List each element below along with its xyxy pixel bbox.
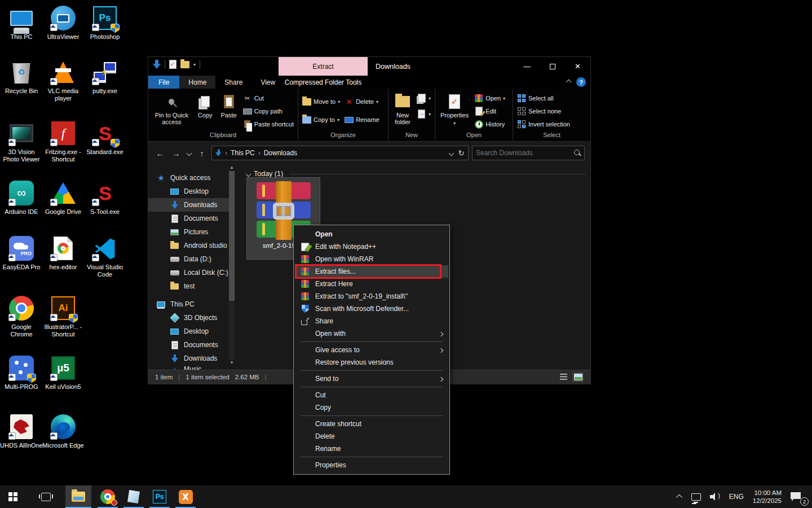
- menu-item-extract-here[interactable]: Extract Here: [295, 278, 448, 290]
- nav-qa-test[interactable]: test: [148, 279, 233, 293]
- nav-qa-pictures[interactable]: Pictures: [148, 225, 233, 239]
- taskbar-photoshop[interactable]: Ps: [147, 485, 173, 508]
- desktop-icon-google-drive[interactable]: Google Drive: [42, 179, 85, 216]
- tab-compressed-folder-tools[interactable]: Compressed Folder Tools: [279, 76, 368, 89]
- move-to-button[interactable]: Move to▾: [301, 97, 342, 107]
- title-bar[interactable]: ▾ Extract Downloads — ✕: [148, 57, 590, 76]
- menu-item-create-shortcut[interactable]: Create shortcut: [295, 418, 448, 430]
- desktop-icon-chrome[interactable]: Google Chrome: [0, 295, 43, 338]
- copy-to-button[interactable]: Copy to▾: [301, 115, 342, 125]
- desktop-icon-vscode[interactable]: Visual Studio Code: [83, 235, 126, 278]
- collapse-ribbon-icon[interactable]: [566, 80, 572, 85]
- details-view-button[interactable]: [558, 372, 569, 382]
- edit-button[interactable]: Edit: [473, 106, 507, 116]
- easy-access-button[interactable]: ▾: [416, 109, 433, 119]
- new-item-button[interactable]: ▾: [416, 93, 433, 103]
- nav-pc-downloads[interactable]: Downloads: [148, 352, 233, 365]
- delete-button[interactable]: ✕Delete▾: [343, 97, 381, 107]
- desktop-icon-putty[interactable]: ⚡ putty.exe: [83, 59, 126, 95]
- desktop-icon-uhds[interactable]: UHDS AllInOne: [0, 413, 43, 449]
- history-button[interactable]: History: [473, 119, 507, 129]
- action-center-button[interactable]: 2: [787, 485, 809, 508]
- nav-qa-downloads[interactable]: Downloads: [148, 198, 233, 212]
- close-button[interactable]: ✕: [565, 57, 590, 76]
- pin-to-quick-access-button[interactable]: Pin to Quick access: [151, 91, 193, 128]
- search-box[interactable]: [472, 146, 585, 160]
- nav-pc-documents[interactable]: Documents: [148, 338, 233, 352]
- menu-item-open-with-winrar[interactable]: Open with WinRAR: [295, 253, 448, 265]
- desktop-icon-s-tool[interactable]: S S-Tool.exe: [83, 179, 126, 216]
- taskbar-notepad[interactable]: [121, 485, 147, 508]
- menu-item-copy[interactable]: Copy: [295, 401, 448, 414]
- nav-qa-android-studio[interactable]: Android studio: [148, 239, 233, 252]
- minimize-button[interactable]: —: [514, 57, 540, 76]
- taskbar-chrome[interactable]: [95, 485, 121, 508]
- menu-item-share[interactable]: Share: [295, 315, 448, 327]
- menu-item-cut[interactable]: Cut: [295, 389, 448, 401]
- desktop-icon-arduino[interactable]: ∞ Arduino IDE: [0, 179, 43, 216]
- up-button[interactable]: ↑: [196, 148, 208, 158]
- address-bar[interactable]: › This PC › Downloads ↻: [211, 146, 469, 160]
- menu-item-give-access-to[interactable]: Give access to: [295, 344, 448, 356]
- menu-item-edit-with-notepadpp[interactable]: Edit with Notepad++: [295, 240, 448, 253]
- menu-item-open[interactable]: Open: [295, 228, 448, 240]
- tray-clock[interactable]: 10:00 AM 12/2/2025: [749, 485, 785, 508]
- desktop-icon-illustrator[interactable]: Ai IllustratorP... - Shortcut: [42, 295, 85, 338]
- nav-pc-3d-objects[interactable]: 3D Objects: [148, 311, 233, 325]
- desktop-icon-edge[interactable]: Microsoft Edge: [42, 413, 85, 449]
- menu-item-restore-previous-versions[interactable]: Restore previous versions: [295, 356, 448, 369]
- tray-network[interactable]: [688, 485, 704, 508]
- scroll-up-icon[interactable]: ▲: [229, 164, 235, 171]
- customize-qat-chevron-icon[interactable]: ▾: [193, 62, 196, 67]
- tab-file[interactable]: File: [148, 76, 179, 89]
- desktop-icon-this-pc[interactable]: This PC: [0, 5, 43, 41]
- desktop-icon-standard-exe[interactable]: S Standard.exe: [83, 120, 126, 156]
- nav-qa-documents[interactable]: Documents: [148, 212, 233, 225]
- back-button[interactable]: ←: [154, 148, 166, 158]
- refresh-icon[interactable]: ↻: [458, 148, 465, 157]
- desktop-icon-hex-editor[interactable]: hex-editor: [42, 235, 85, 271]
- desktop-icon-3d-vision[interactable]: 3D Vision Photo Viewer: [0, 120, 43, 163]
- open-button[interactable]: Open▾: [473, 93, 507, 103]
- collapse-group-chevron-icon[interactable]: [246, 171, 251, 177]
- group-header-today[interactable]: Today (1): [246, 170, 586, 178]
- tab-home[interactable]: Home: [179, 76, 215, 89]
- select-none-button[interactable]: Select none: [515, 106, 572, 116]
- new-folder-button[interactable]: New folder: [391, 91, 414, 128]
- tab-share[interactable]: Share: [215, 76, 251, 89]
- paste-shortcut-button[interactable]: Paste shortcut: [241, 119, 295, 129]
- taskbar-file-explorer[interactable]: [65, 485, 91, 508]
- search-input[interactable]: [476, 149, 574, 157]
- tray-volume[interactable]: ): [707, 485, 723, 508]
- task-view-button[interactable]: [33, 485, 59, 508]
- nav-qa-local-disk-c[interactable]: Local Disk (C:): [148, 266, 233, 279]
- menu-item-open-with[interactable]: Open with: [295, 327, 448, 340]
- menu-item-send-to[interactable]: Send to: [295, 373, 448, 385]
- desktop-icon-multi-prog[interactable]: Multi-PROG: [0, 354, 43, 391]
- maximize-button[interactable]: [540, 57, 565, 76]
- cut-button[interactable]: ✂Cut: [241, 93, 295, 103]
- paste-button[interactable]: Paste: [218, 91, 240, 121]
- copy-button[interactable]: Copy: [194, 91, 217, 121]
- menu-item-properties[interactable]: Properties: [295, 459, 448, 471]
- recent-locations-chevron-icon[interactable]: [186, 150, 192, 156]
- breadcrumb-downloads[interactable]: Downloads: [264, 149, 297, 157]
- help-icon[interactable]: ?: [576, 77, 586, 87]
- breadcrumb-this-pc[interactable]: This PC: [231, 149, 255, 157]
- menu-item-delete[interactable]: Delete: [295, 430, 448, 443]
- desktop-icon-easyeda[interactable]: PRO EasyEDA Pro: [0, 235, 43, 271]
- nav-quick-access[interactable]: ★Quick access: [148, 171, 233, 185]
- forward-button[interactable]: →: [170, 148, 182, 158]
- nav-this-pc[interactable]: This PC: [148, 297, 233, 311]
- nav-pc-music[interactable]: ♪Music: [148, 365, 233, 370]
- menu-item-extract-to-folder[interactable]: Extract to "smf_2-0-19_install\": [295, 290, 448, 303]
- desktop-icon-recycle-bin[interactable]: ♻ Recycle Bin: [0, 59, 43, 95]
- menu-item-scan-with-defender[interactable]: Scan with Microsoft Defender...: [295, 303, 448, 315]
- invert-selection-button[interactable]: Invert selection: [515, 119, 572, 129]
- scroll-down-icon[interactable]: ▼: [229, 360, 235, 366]
- properties-qat-icon[interactable]: [169, 60, 176, 69]
- nav-scrollbar[interactable]: ▲ ▼: [229, 164, 235, 366]
- menu-item-rename[interactable]: Rename: [295, 443, 448, 455]
- scrollbar-thumb[interactable]: [229, 171, 235, 301]
- search-icon[interactable]: [574, 150, 581, 156]
